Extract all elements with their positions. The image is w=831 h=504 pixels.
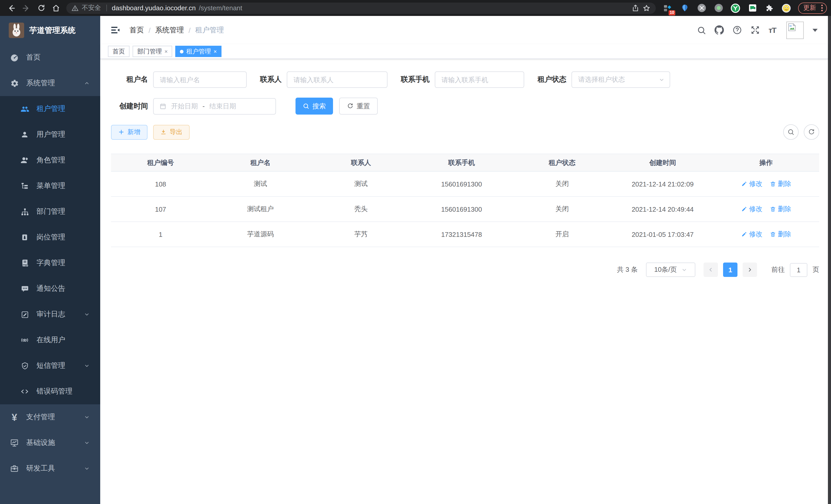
cell-created: 2021-12-14 20:49:44 <box>612 205 713 213</box>
delete-link[interactable]: 删除 <box>770 230 791 239</box>
sidebar-item-tenant[interactable]: 租户管理 <box>0 96 100 122</box>
date-start-placeholder: 开始日期 <box>171 101 198 111</box>
column-header: 租户状态 <box>512 158 612 167</box>
fullscreen-icon[interactable] <box>751 25 760 35</box>
reload-icon[interactable] <box>35 2 47 13</box>
mobile-input[interactable] <box>435 71 524 88</box>
sidebar-item-label: 通知公告 <box>36 284 65 293</box>
font-size-icon[interactable]: тT <box>769 26 776 34</box>
contact-label: 联系人 <box>260 75 282 84</box>
delete-link[interactable]: 删除 <box>770 205 791 214</box>
sidebar-item-dict[interactable]: 字典管理 <box>0 250 100 276</box>
extension-toolbar: 10 <box>656 3 798 12</box>
status-select-placeholder: 请选择租户状态 <box>578 75 625 84</box>
sidebar-item-label: 短信管理 <box>36 361 65 370</box>
help-icon[interactable] <box>733 25 742 35</box>
bookmark-star-icon[interactable] <box>642 4 651 12</box>
edit-link-label: 修改 <box>749 205 763 214</box>
edit-link[interactable]: 修改 <box>741 230 763 239</box>
tab-home[interactable]: 首页 <box>108 46 130 57</box>
sidebar-item-dev-tools[interactable]: 研发工具 <box>0 456 100 481</box>
chevron-down-icon <box>84 440 90 446</box>
command-icon[interactable] <box>697 3 706 12</box>
sidebar-item-notice[interactable]: 通知公告 <box>0 276 100 302</box>
sidebar-item-infra[interactable]: 基础设施 <box>0 430 100 456</box>
sidebar-item-user[interactable]: 用户管理 <box>0 122 100 147</box>
share-icon[interactable] <box>632 4 639 12</box>
status-label: 租户状态 <box>538 75 566 84</box>
chevron-up-icon <box>84 80 90 86</box>
date-range-picker[interactable]: 开始日期 - 结束日期 <box>153 98 276 114</box>
sidebar-item-post[interactable]: 岗位管理 <box>0 225 100 250</box>
breadcrumb-separator: / <box>189 26 191 34</box>
next-page-icon[interactable] <box>743 263 757 277</box>
filter-contact: 联系人 <box>260 71 388 88</box>
notice-bubble-icon <box>20 285 30 293</box>
monitor-icon <box>9 438 20 447</box>
delete-link[interactable]: 删除 <box>770 179 791 188</box>
page-number-current[interactable]: 1 <box>723 263 738 277</box>
add-button[interactable]: 新增 <box>111 125 147 140</box>
sidebar-item-pay[interactable]: ¥ 支付管理 <box>0 404 100 430</box>
tab-tenant[interactable]: 租户管理 × <box>175 46 222 57</box>
edit-link[interactable]: 修改 <box>741 205 763 214</box>
sidebar-item-label: 部门管理 <box>36 207 65 216</box>
delete-link-label: 删除 <box>778 230 791 239</box>
sidebar-item-role[interactable]: 角色管理 <box>0 147 100 173</box>
show-search-icon[interactable] <box>783 124 799 140</box>
search-button[interactable]: 搜索 <box>295 98 333 115</box>
table-toolbar-right <box>783 124 819 140</box>
sidebar-item-label: 基础设施 <box>26 438 55 447</box>
window-edge-scrollbar[interactable] <box>828 16 831 504</box>
sidebar-item-label: 审计日志 <box>36 310 65 319</box>
contact-input[interactable] <box>287 71 388 88</box>
breadcrumb-current: 租户管理 <box>195 25 224 35</box>
sidebar-item-home[interactable]: 首页 <box>0 45 100 70</box>
sidebar-item-error-code[interactable]: 错误码管理 <box>0 379 100 404</box>
recorder-icon[interactable] <box>714 3 723 12</box>
y-logo-icon[interactable] <box>731 3 740 12</box>
goto-page-input[interactable] <box>790 263 807 277</box>
page-size-select[interactable]: 10条/页 <box>646 263 695 277</box>
browser-menu-icon[interactable] <box>820 5 824 11</box>
github-icon[interactable] <box>715 25 724 35</box>
browser-nav-buttons <box>0 2 66 13</box>
cell-operations: 修改 删除 <box>713 230 819 239</box>
cell-operations: 修改 删除 <box>713 179 819 188</box>
edit-link[interactable]: 修改 <box>741 179 763 188</box>
dropdown-caret-icon[interactable] <box>812 29 818 32</box>
sidebar-logo[interactable]: 芋道管理系统 <box>0 16 100 45</box>
cell-status: 关闭 <box>512 179 612 188</box>
sidebar-item-online-users[interactable]: 在线用户 <box>0 327 100 353</box>
sidebar-item-dept[interactable]: 部门管理 <box>0 199 100 225</box>
avatar[interactable] <box>786 21 804 39</box>
home-icon[interactable] <box>50 2 62 13</box>
sidebar-item-sms[interactable]: 短信管理 <box>0 353 100 379</box>
export-button[interactable]: 导出 <box>153 125 190 140</box>
tenant-name-input[interactable] <box>153 71 247 88</box>
balloon-icon[interactable] <box>680 3 689 12</box>
sidebar-collapse-icon[interactable] <box>111 25 120 35</box>
sidebar-item-system[interactable]: 系统管理 <box>0 70 100 96</box>
prev-page-icon[interactable] <box>704 263 718 277</box>
chat-icon[interactable] <box>748 3 757 12</box>
forward-icon[interactable] <box>21 2 32 13</box>
close-icon[interactable]: × <box>165 49 168 54</box>
status-select[interactable]: 请选择租户状态 <box>571 71 670 88</box>
tab-dept[interactable]: 部门管理 × <box>133 46 172 57</box>
breadcrumb-home[interactable]: 首页 <box>130 25 144 35</box>
sidebar-item-menu[interactable]: 菜单管理 <box>0 173 100 199</box>
close-icon[interactable]: × <box>213 49 217 54</box>
back-icon[interactable] <box>6 2 17 13</box>
puzzle-icon[interactable] <box>765 3 774 12</box>
breadcrumb-system[interactable]: 系统管理 <box>155 25 184 35</box>
extensions-grid-icon[interactable]: 10 <box>663 3 672 12</box>
search-icon[interactable] <box>697 25 706 35</box>
browser-update-button[interactable]: 更新 <box>798 2 827 13</box>
reset-button[interactable]: 重置 <box>339 98 378 115</box>
cell-tenant-id: 1 <box>111 230 210 238</box>
refresh-icon[interactable] <box>804 124 819 140</box>
emoji-icon[interactable] <box>782 3 791 12</box>
address-bar[interactable]: 不安全 dashboard.yudao.iocoder.cn/system/te… <box>66 2 656 13</box>
sidebar-item-audit-log[interactable]: 审计日志 <box>0 302 100 327</box>
